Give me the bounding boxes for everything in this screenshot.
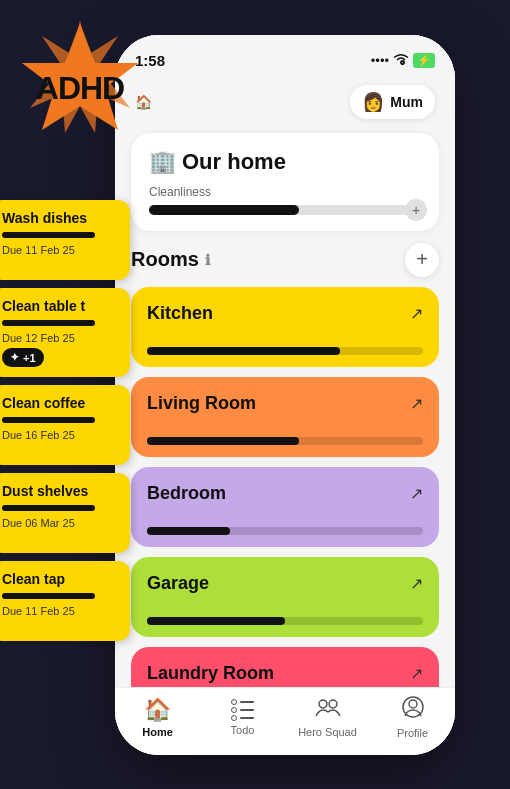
svg-point-4	[409, 700, 417, 708]
add-room-button[interactable]: +	[405, 243, 439, 277]
avatar: 👩	[362, 91, 384, 113]
arrow-icon: ↗	[410, 574, 423, 593]
wifi-icon	[393, 53, 409, 68]
cleanliness-plus[interactable]: +	[405, 199, 427, 221]
building-icon: 🏢	[149, 149, 176, 175]
app-header: 🏠 👩 Mum	[115, 79, 455, 129]
room-name-living: Living Room	[147, 393, 256, 414]
room-card-bedroom[interactable]: Bedroom ↗	[131, 467, 439, 547]
nav-home-label: Home	[142, 726, 173, 738]
nav-herosquad-label: Hero Squad	[298, 726, 357, 738]
arrow-icon: ↗	[410, 394, 423, 413]
task-bar	[2, 232, 95, 238]
svg-point-2	[319, 700, 327, 708]
herosquad-nav-icon	[315, 697, 341, 723]
phone-screen: 1:58 •••• ⚡ 🏠 👩 Mum	[115, 35, 455, 755]
room-card-garage[interactable]: Garage ↗	[131, 557, 439, 637]
rooms-header: Rooms ℹ +	[115, 243, 455, 277]
phone-frame: 1:58 •••• ⚡ 🏠 👩 Mum	[115, 35, 455, 755]
room-bar-kitchen	[147, 347, 423, 355]
task-badge: ✦ +1	[2, 348, 44, 367]
task-bar	[2, 417, 95, 423]
user-name: Mum	[390, 94, 423, 110]
todo-nav-icon	[231, 699, 254, 721]
task-card-clean-tap[interactable]: Clean tap Due 11 Feb 25	[0, 561, 130, 641]
room-card-laundry[interactable]: Laundry Room ↗	[131, 647, 439, 687]
room-card-kitchen[interactable]: Kitchen ↗	[131, 287, 439, 367]
svg-point-3	[329, 700, 337, 708]
nav-profile-label: Profile	[397, 727, 428, 739]
task-card-clean-coffee[interactable]: Clean coffee Due 16 Feb 25	[0, 385, 130, 465]
room-name-bedroom: Bedroom	[147, 483, 226, 504]
signal-icon: ••••	[371, 53, 389, 68]
adhd-badge: ADHD	[10, 18, 150, 158]
status-right: •••• ⚡	[371, 53, 435, 68]
status-bar: 1:58 •••• ⚡	[115, 35, 455, 79]
task-card-dust[interactable]: Dust shelves Due 06 Mar 25	[0, 473, 130, 553]
task-cards-sidebar: Wash dishes Due 11 Feb 25 Clean table t …	[0, 200, 130, 641]
task-bar	[2, 505, 95, 511]
nav-herosquad[interactable]: Hero Squad	[298, 697, 358, 738]
nav-home[interactable]: 🏠 Home	[128, 697, 188, 738]
room-name-garage: Garage	[147, 573, 209, 594]
nav-todo-label: Todo	[231, 724, 255, 736]
info-icon: ℹ	[205, 252, 210, 268]
task-bar	[2, 593, 95, 599]
bottom-nav: 🏠 Home Todo Her	[115, 687, 455, 755]
nav-profile[interactable]: Profile	[383, 696, 443, 739]
rooms-title: Rooms ℹ	[131, 248, 210, 271]
room-card-living[interactable]: Living Room ↗	[131, 377, 439, 457]
home-title: 🏢 Our home	[149, 149, 421, 175]
nav-todo[interactable]: Todo	[213, 699, 273, 736]
home-card: 🏢 Our home Cleanliness +	[131, 133, 439, 231]
battery-icon: ⚡	[413, 53, 435, 68]
rooms-list: Kitchen ↗ Living Room ↗ Bedroom	[115, 287, 455, 687]
arrow-icon: ↗	[410, 664, 423, 683]
cleanliness-fill	[149, 205, 299, 215]
home-nav-icon: 🏠	[144, 697, 171, 723]
room-name-laundry: Laundry Room	[147, 663, 274, 684]
arrow-icon: ↗	[410, 484, 423, 503]
profile-nav-icon	[402, 696, 424, 724]
room-bar-garage	[147, 617, 423, 625]
adhd-badge-text: ADHD	[36, 72, 124, 104]
room-name-kitchen: Kitchen	[147, 303, 213, 324]
arrow-icon: ↗	[410, 304, 423, 323]
task-card-clean-table[interactable]: Clean table t Due 12 Feb 25 ✦ +1	[0, 288, 130, 377]
cleanliness-label: Cleanliness	[149, 185, 421, 199]
task-card-wash[interactable]: Wash dishes Due 11 Feb 25	[0, 200, 130, 280]
room-bar-living	[147, 437, 423, 445]
task-bar	[2, 320, 95, 326]
cleanliness-bar: +	[149, 205, 421, 215]
user-pill[interactable]: 👩 Mum	[350, 85, 435, 119]
room-bar-bedroom	[147, 527, 423, 535]
